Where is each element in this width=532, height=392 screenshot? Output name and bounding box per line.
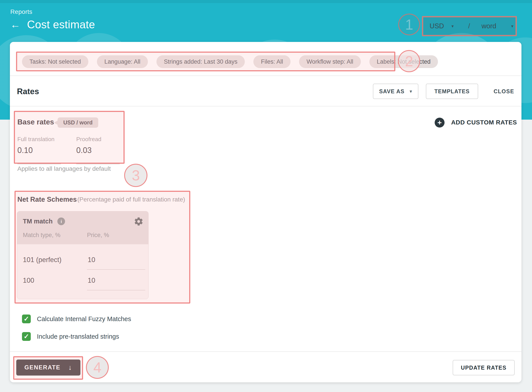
base-rates-unit-badge: USD / word [57,117,98,128]
tm-column-match-type: Match type, % [23,232,60,238]
divider [10,75,522,76]
filter-chip-strings[interactable]: Strings added: Last 30 days [157,55,245,68]
tm-match-card-header [17,211,148,244]
tm-match-card: TM match i Match type, % Price, % 101 (p… [17,211,148,299]
report-card: Tasks: Not selected Language: All String… [10,42,522,382]
cost-estimate-screen: Reports ← Cost estimate USD ▾ / word ▾ T… [0,0,532,392]
tm-column-price: Price, % [87,232,109,238]
filter-chip-language[interactable]: Language: All [97,55,148,68]
filter-chip-files[interactable]: Files: All [253,55,290,68]
option-row: ✓ Include pre-translated strings [22,332,119,341]
fuzzy-matches-checkbox[interactable]: ✓ [22,314,31,323]
update-rates-button[interactable]: UPDATE RATES [453,360,515,375]
chevron-down-icon: ▾ [511,23,513,29]
plus-icon: + [435,118,445,127]
tm-match-title-row: TM match i [23,218,65,225]
input-underline [17,164,61,164]
tm-row-match: 101 (perfect) [23,256,62,264]
base-rates-title: Base rates [17,118,54,126]
filter-chip-labels[interactable]: Labels: Not selected [369,55,438,68]
field-label: Proofread [76,136,120,143]
checkmark-icon: ✓ [24,333,29,340]
add-custom-rates-label: ADD CUSTOM RATES [451,119,517,126]
currency-value: USD [423,22,444,30]
filter-chip-workflow[interactable]: Workflow step: All [299,55,361,68]
page-title: Cost estimate [27,18,95,31]
chevron-down-icon: ▾ [451,23,454,29]
input-underline [87,269,145,270]
badge-tail [54,121,58,125]
option-row: ✓ Calculate Internal Fuzzy Matches [22,314,131,323]
filter-chip-tasks[interactable]: Tasks: Not selected [22,55,88,68]
save-as-button[interactable]: SAVE AS ▾ [373,84,418,99]
currency-separator: / [454,22,482,30]
proofread-field: Proofread 0.03 [76,136,120,164]
tm-row-price-input[interactable]: 10 [88,256,95,264]
add-custom-rates-button[interactable]: + ADD CUSTOM RATES [435,117,517,127]
tm-row-match: 100 [23,276,34,285]
checkmark-icon: ✓ [24,316,29,322]
back-arrow-icon[interactable]: ← [10,19,20,30]
option-label: Calculate Internal Fuzzy Matches [37,315,131,323]
title-row: ← Cost estimate [10,18,95,32]
templates-button[interactable]: TEMPLATES [426,84,478,99]
full-translation-input[interactable]: 0.10 [17,146,61,155]
base-rates-note: Applies to all languages by default [17,165,111,172]
generate-button[interactable]: GENERATE ↓ [16,359,81,376]
divider [10,351,522,352]
unit-value: word [481,22,496,30]
full-translation-field: Full translation 0.10 [17,136,61,164]
input-underline [87,290,145,290]
generate-label: GENERATE [24,364,60,371]
pretranslated-checkbox[interactable]: ✓ [22,332,31,341]
option-label: Include pre-translated strings [37,333,119,340]
arrow-down-icon: ↓ [68,364,72,372]
rates-section-title: Rates [17,87,39,96]
net-rate-schemes-title: Net Rate Schemes [17,196,77,203]
currency-dropdown[interactable]: USD ▾ [423,22,454,30]
unit-dropdown[interactable]: word ▾ [481,22,513,30]
close-button[interactable]: CLOSE [486,84,522,99]
info-icon[interactable]: i [57,218,65,225]
tm-row-price-input[interactable]: 10 [88,276,95,285]
save-as-label: SAVE AS [379,88,404,95]
filter-chips-row: Tasks: Not selected Language: All String… [22,55,438,68]
gear-icon[interactable] [134,217,143,226]
net-rate-schemes-subtitle: (Percentage paid of full translation rat… [77,196,185,203]
proofread-input[interactable]: 0.03 [76,146,120,155]
currency-unit-selector: USD ▾ / word ▾ [423,17,516,35]
breadcrumb: Reports [10,8,32,15]
chevron-down-icon: ▾ [410,89,412,94]
field-label: Full translation [17,136,61,143]
tm-match-title: TM match [23,218,52,225]
divider [10,106,522,107]
input-underline [76,164,120,164]
